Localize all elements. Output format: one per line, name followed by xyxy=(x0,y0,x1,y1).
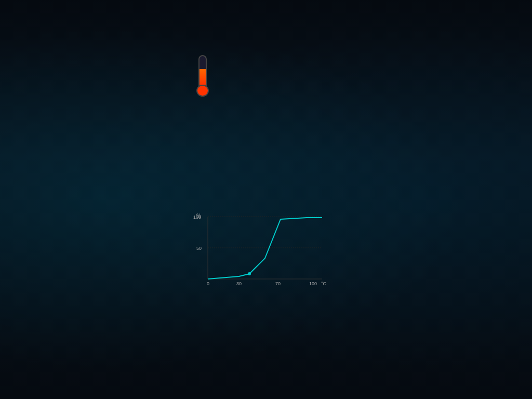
svg-text:100: 100 xyxy=(193,215,201,220)
thermometer xyxy=(192,55,213,97)
svg-text:50: 50 xyxy=(196,246,202,251)
svg-text:30: 30 xyxy=(236,281,242,286)
therm-bulb xyxy=(196,85,209,97)
therm-tube xyxy=(198,55,207,86)
svg-point-12 xyxy=(248,272,251,275)
fan-chart-svg: % 100 50 0 30 70 xyxy=(192,211,327,289)
svg-text:°C: °C xyxy=(321,281,327,286)
svg-text:100: 100 xyxy=(309,281,317,286)
cpu-fan-chart: % 100 50 0 30 70 xyxy=(192,211,375,295)
svg-text:70: 70 xyxy=(275,281,281,286)
therm-fill xyxy=(200,69,206,85)
svg-text:0: 0 xyxy=(207,281,209,286)
